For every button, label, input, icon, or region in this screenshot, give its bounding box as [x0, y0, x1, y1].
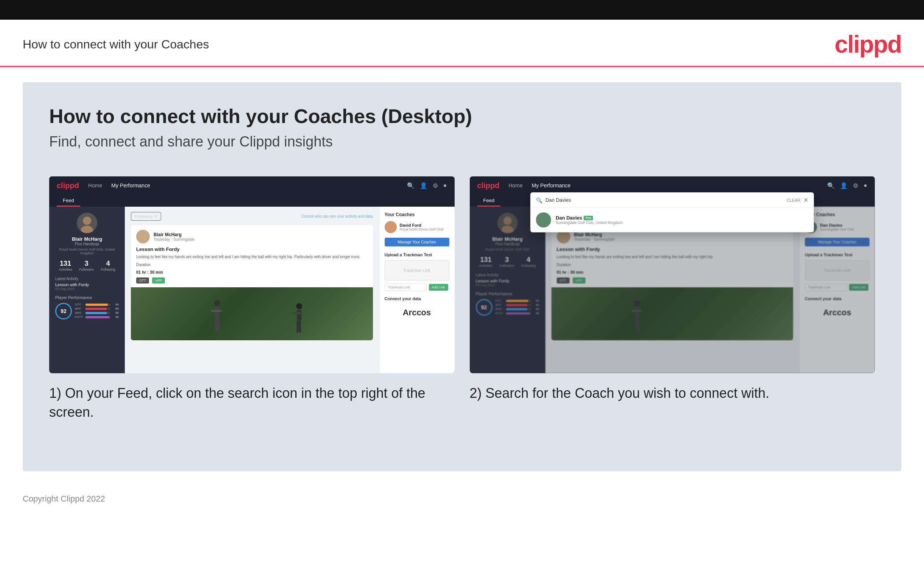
user-stats-2: 131Activities 3Followers 4Following	[476, 256, 539, 268]
bar-ott: OTT 90	[75, 303, 119, 306]
svg-point-7	[296, 303, 302, 309]
search-icon[interactable]: 🔍	[407, 182, 414, 189]
mock-nav-home-2[interactable]: Home	[508, 182, 522, 188]
svg-rect-16	[631, 310, 642, 312]
post-title: Lesson with Fordy	[131, 247, 373, 254]
result-club: Sunningdale Golf Club, United Kingdom	[556, 221, 623, 225]
golfer-left-icon-2	[624, 299, 654, 340]
post-buttons: OTT APP	[131, 278, 373, 287]
svg-point-2	[214, 300, 220, 306]
mock-nav-2: clippd Home My Performance 🔍 👤 ⚙ ●	[470, 176, 875, 195]
post-btn-ott[interactable]: OTT	[136, 278, 149, 284]
svg-rect-4	[211, 310, 222, 312]
svg-rect-10	[296, 321, 299, 333]
mock-nav-icons-2: 🔍 👤 ⚙ ●	[827, 182, 867, 189]
connect-title: Connect your data	[385, 296, 449, 301]
section-subtitle: Find, connect and share your Clippd insi…	[49, 134, 875, 150]
main-content: How to connect with your Coaches (Deskto…	[23, 82, 901, 471]
mock-body-1: Blair McHarg Plus Handicap Royal North D…	[49, 207, 455, 373]
settings-icon-2[interactable]: ⚙	[853, 182, 858, 189]
user-icon-2[interactable]: 👤	[840, 182, 848, 189]
coach-club-1: Royal North Devon Golf Club	[400, 227, 443, 231]
footer: Copyright Clippd 2022	[0, 486, 924, 515]
post-desc: Looking to feel like my hands are exitin…	[131, 254, 373, 263]
mock-ui-2: clippd Home My Performance 🔍 👤 ⚙ ● Feed	[470, 176, 875, 373]
avatar-icon-2[interactable]: ●	[864, 182, 867, 189]
coaches-title: Your Coaches	[385, 212, 449, 217]
trackman-box: Trackman Link	[385, 260, 449, 281]
manage-coaches-button[interactable]: Manage Your Coaches	[385, 238, 449, 247]
result-name: Dan Davies Pro	[556, 215, 623, 221]
stat-following: 4 Following	[101, 260, 115, 271]
coach-item-1: David Ford Royal North Devon Golf Club	[385, 221, 449, 233]
search-close-button[interactable]: ✕	[803, 196, 808, 204]
mock-nav-home[interactable]: Home	[88, 182, 102, 188]
svg-rect-17	[635, 318, 637, 331]
result-badge: Pro	[584, 216, 593, 220]
search-input-field[interactable]: Dan Davies	[545, 197, 786, 203]
avatar-icon[interactable]: ●	[443, 182, 447, 189]
mock-tab-feed[interactable]: Feed	[57, 195, 80, 207]
trackman-link-input[interactable]: Trackman Link	[385, 284, 427, 291]
mock-nav-1: clippd Home My Performance 🔍 👤 ⚙ ●	[49, 176, 455, 195]
user-handicap-2: Plus Handicap	[476, 242, 539, 246]
post-avatar	[136, 230, 150, 244]
user-name-2: Blair McHarg	[476, 236, 539, 242]
clippd-logo: clippd	[835, 30, 901, 58]
user-icon[interactable]: 👤	[420, 182, 427, 189]
svg-point-12	[503, 216, 512, 225]
user-handicap-1: Plus Handicap	[55, 242, 119, 246]
following-button[interactable]: Following ▾	[131, 212, 161, 221]
header: How to connect with your Coaches clippd	[0, 19, 924, 67]
mock-nav-performance[interactable]: My Performance	[111, 182, 150, 188]
add-link-button[interactable]: Add Link	[429, 284, 448, 291]
result-avatar	[536, 212, 551, 227]
svg-rect-9	[293, 312, 303, 314]
user-club-2: Royal North Devon Golf Club	[476, 248, 539, 251]
screenshot-frame-1: clippd Home My Performance 🔍 👤 ⚙ ● Feed	[49, 176, 455, 373]
user-avatar-1	[77, 213, 97, 233]
screenshot-frame-2: clippd Home My Performance 🔍 👤 ⚙ ● Feed	[470, 176, 875, 373]
mock-nav-icons: 🔍 👤 ⚙ ●	[407, 182, 447, 189]
following-row: Following ▾ Control who can see your act…	[131, 212, 373, 221]
search-bar-icon: 🔍	[536, 197, 542, 203]
post-btn-app[interactable]: APP	[152, 278, 165, 284]
mock-tabs-1: Feed	[49, 195, 455, 207]
screenshots-row: clippd Home My Performance 🔍 👤 ⚙ ● Feed	[49, 176, 875, 422]
mock-left-panel-1: Blair McHarg Plus Handicap Royal North D…	[49, 207, 125, 373]
activity-date: 03 Aug 2022	[55, 287, 119, 291]
svg-rect-3	[215, 307, 219, 318]
bar-putt: PUTT 96	[75, 315, 119, 319]
mock-logo-2: clippd	[477, 181, 500, 190]
latest-activity-label: Latest Activity	[55, 277, 119, 281]
svg-rect-6	[217, 318, 219, 331]
arccos-logo: Arccos	[385, 304, 449, 321]
step1-description: 1) On your Feed, click on the search ico…	[49, 384, 455, 422]
user-name-1: Blair McHarg	[55, 236, 119, 242]
bar-app: APP 85	[75, 307, 119, 310]
post-card-1: Blair McHarg Yesterday · Sunningdale Les…	[131, 225, 373, 340]
mock-logo-1: clippd	[57, 181, 79, 190]
copyright-text: Copyright Clippd 2022	[23, 494, 105, 503]
svg-point-0	[83, 216, 91, 225]
performance-title: Player Performance	[55, 295, 119, 300]
stat-followers: 3 Followers	[79, 260, 94, 271]
svg-rect-8	[297, 310, 301, 321]
performance-bars: OTT 90 APP 85	[75, 303, 119, 320]
svg-point-13	[502, 226, 514, 233]
search-result-item[interactable]: Dan Davies Pro Sunningdale Golf Club, Un…	[531, 208, 814, 232]
user-club-1: Royal North Devon Golf Club, United King…	[55, 248, 119, 255]
mock-nav-performance-2[interactable]: My Performance	[532, 182, 571, 188]
quality-row: 92 OTT 90 APP	[55, 303, 119, 320]
svg-point-14	[634, 300, 640, 306]
settings-icon[interactable]: ⚙	[433, 182, 438, 189]
control-link[interactable]: Control who can see your activity and da…	[301, 214, 372, 218]
search-icon-2[interactable]: 🔍	[827, 182, 835, 189]
page-title: How to connect with your Coaches	[23, 37, 209, 52]
post-duration: Duration	[131, 263, 373, 270]
search-clear-button[interactable]: CLEAR	[787, 198, 801, 203]
mock-tab-feed-2[interactable]: Feed	[477, 195, 501, 207]
coach-name-1: David Ford	[400, 223, 443, 227]
quality-score: 92	[55, 303, 72, 320]
bar-arg: ARG 86	[75, 311, 119, 315]
